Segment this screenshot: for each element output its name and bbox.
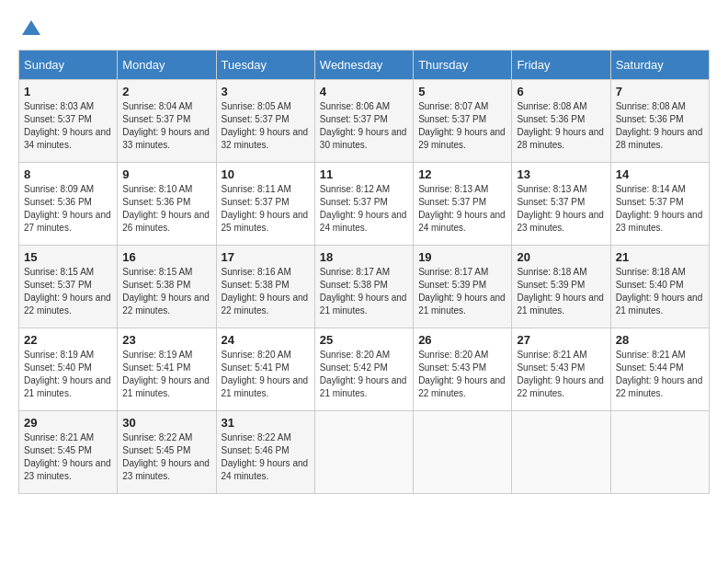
- calendar-cell: [610, 411, 709, 494]
- calendar-cell: 18 Sunrise: 8:17 AM Sunset: 5:38 PM Dayl…: [314, 246, 413, 328]
- day-number: 5: [418, 85, 506, 98]
- logo-icon: [20, 18, 42, 40]
- calendar-cell: 28 Sunrise: 8:21 AM Sunset: 5:44 PM Dayl…: [610, 328, 709, 411]
- weekday-header-saturday: Saturday: [610, 51, 709, 80]
- day-info: Sunrise: 8:21 AM Sunset: 5:44 PM Dayligh…: [616, 349, 704, 400]
- day-info: Sunrise: 8:18 AM Sunset: 5:40 PM Dayligh…: [616, 266, 704, 317]
- day-info: Sunrise: 8:11 AM Sunset: 5:37 PM Dayligh…: [222, 183, 310, 235]
- calendar-cell: 4 Sunrise: 8:06 AM Sunset: 5:37 PM Dayli…: [314, 80, 413, 163]
- page-header: [18, 18, 710, 40]
- day-info: Sunrise: 8:19 AM Sunset: 5:40 PM Dayligh…: [24, 349, 112, 400]
- svg-marker-0: [22, 20, 40, 35]
- day-info: Sunrise: 8:10 AM Sunset: 5:36 PM Dayligh…: [122, 183, 210, 235]
- day-info: Sunrise: 8:09 AM Sunset: 5:36 PM Dayligh…: [24, 183, 112, 235]
- day-number: 9: [122, 167, 210, 181]
- logo: [18, 18, 42, 40]
- day-number: 14: [616, 167, 704, 181]
- day-number: 26: [418, 333, 506, 347]
- calendar-cell: 16 Sunrise: 8:15 AM Sunset: 5:38 PM Dayl…: [118, 246, 216, 328]
- day-info: Sunrise: 8:21 AM Sunset: 5:45 PM Dayligh…: [24, 431, 112, 483]
- calendar-cell: [314, 411, 413, 494]
- day-number: 25: [320, 333, 408, 347]
- day-number: 28: [616, 333, 704, 347]
- day-info: Sunrise: 8:14 AM Sunset: 5:37 PM Dayligh…: [616, 183, 704, 235]
- weekday-header-thursday: Thursday: [414, 51, 512, 80]
- day-number: 23: [122, 333, 210, 347]
- calendar-cell: 1 Sunrise: 8:03 AM Sunset: 5:37 PM Dayli…: [19, 80, 118, 163]
- calendar-cell: 23 Sunrise: 8:19 AM Sunset: 5:41 PM Dayl…: [118, 328, 216, 411]
- calendar-cell: 15 Sunrise: 8:15 AM Sunset: 5:37 PM Dayl…: [19, 246, 118, 328]
- day-number: 8: [24, 167, 112, 181]
- day-info: Sunrise: 8:08 AM Sunset: 5:36 PM Dayligh…: [616, 100, 704, 152]
- day-info: Sunrise: 8:20 AM Sunset: 5:42 PM Dayligh…: [320, 349, 408, 400]
- day-info: Sunrise: 8:15 AM Sunset: 5:37 PM Dayligh…: [24, 266, 112, 317]
- day-number: 30: [122, 416, 210, 430]
- calendar-cell: 31 Sunrise: 8:22 AM Sunset: 5:46 PM Dayl…: [216, 411, 314, 494]
- calendar-cell: 9 Sunrise: 8:10 AM Sunset: 5:36 PM Dayli…: [118, 163, 216, 246]
- day-number: 1: [24, 85, 112, 98]
- day-info: Sunrise: 8:07 AM Sunset: 5:37 PM Dayligh…: [418, 100, 506, 152]
- weekday-header-tuesday: Tuesday: [216, 51, 314, 80]
- day-number: 11: [320, 167, 408, 181]
- day-info: Sunrise: 8:04 AM Sunset: 5:37 PM Dayligh…: [122, 100, 210, 152]
- day-number: 3: [222, 85, 310, 98]
- calendar-cell: 14 Sunrise: 8:14 AM Sunset: 5:37 PM Dayl…: [610, 163, 709, 246]
- calendar-cell: [512, 411, 610, 494]
- day-number: 6: [517, 85, 605, 98]
- day-number: 20: [517, 250, 605, 264]
- calendar-cell: 30 Sunrise: 8:22 AM Sunset: 5:45 PM Dayl…: [118, 411, 216, 494]
- day-info: Sunrise: 8:17 AM Sunset: 5:38 PM Dayligh…: [320, 266, 408, 317]
- day-info: Sunrise: 8:13 AM Sunset: 5:37 PM Dayligh…: [418, 183, 506, 235]
- day-number: 18: [320, 250, 408, 264]
- day-info: Sunrise: 8:17 AM Sunset: 5:39 PM Dayligh…: [418, 266, 506, 317]
- day-info: Sunrise: 8:20 AM Sunset: 5:41 PM Dayligh…: [222, 349, 310, 400]
- day-info: Sunrise: 8:03 AM Sunset: 5:37 PM Dayligh…: [24, 100, 112, 152]
- calendar-cell: [414, 411, 512, 494]
- calendar-cell: 17 Sunrise: 8:16 AM Sunset: 5:38 PM Dayl…: [216, 246, 314, 328]
- day-info: Sunrise: 8:06 AM Sunset: 5:37 PM Dayligh…: [320, 100, 408, 152]
- day-number: 24: [222, 333, 310, 347]
- weekday-header-sunday: Sunday: [19, 51, 118, 80]
- day-number: 10: [222, 167, 310, 181]
- calendar-cell: 10 Sunrise: 8:11 AM Sunset: 5:37 PM Dayl…: [216, 163, 314, 246]
- calendar-cell: 22 Sunrise: 8:19 AM Sunset: 5:40 PM Dayl…: [19, 328, 118, 411]
- calendar-cell: 3 Sunrise: 8:05 AM Sunset: 5:37 PM Dayli…: [216, 80, 314, 163]
- calendar-cell: 11 Sunrise: 8:12 AM Sunset: 5:37 PM Dayl…: [314, 163, 413, 246]
- day-number: 27: [517, 333, 605, 347]
- day-info: Sunrise: 8:19 AM Sunset: 5:41 PM Dayligh…: [122, 349, 210, 400]
- calendar-cell: 6 Sunrise: 8:08 AM Sunset: 5:36 PM Dayli…: [512, 80, 610, 163]
- weekday-header-monday: Monday: [118, 51, 216, 80]
- calendar-cell: 7 Sunrise: 8:08 AM Sunset: 5:36 PM Dayli…: [610, 80, 709, 163]
- day-info: Sunrise: 8:05 AM Sunset: 5:37 PM Dayligh…: [222, 100, 310, 152]
- day-number: 4: [320, 85, 408, 98]
- day-number: 7: [616, 85, 704, 98]
- day-number: 29: [24, 416, 112, 430]
- day-info: Sunrise: 8:20 AM Sunset: 5:43 PM Dayligh…: [418, 349, 506, 400]
- day-number: 17: [222, 250, 310, 264]
- calendar-cell: 8 Sunrise: 8:09 AM Sunset: 5:36 PM Dayli…: [19, 163, 118, 246]
- calendar-cell: 26 Sunrise: 8:20 AM Sunset: 5:43 PM Dayl…: [414, 328, 512, 411]
- day-info: Sunrise: 8:18 AM Sunset: 5:39 PM Dayligh…: [517, 266, 605, 317]
- weekday-header-friday: Friday: [512, 51, 610, 80]
- day-number: 12: [418, 167, 506, 181]
- calendar-cell: 19 Sunrise: 8:17 AM Sunset: 5:39 PM Dayl…: [414, 246, 512, 328]
- day-number: 22: [24, 333, 112, 347]
- weekday-header-row: SundayMondayTuesdayWednesdayThursdayFrid…: [19, 51, 710, 80]
- calendar-cell: 25 Sunrise: 8:20 AM Sunset: 5:42 PM Dayl…: [314, 328, 413, 411]
- calendar-cell: 13 Sunrise: 8:13 AM Sunset: 5:37 PM Dayl…: [512, 163, 610, 246]
- day-info: Sunrise: 8:15 AM Sunset: 5:38 PM Dayligh…: [122, 266, 210, 317]
- day-info: Sunrise: 8:22 AM Sunset: 5:46 PM Dayligh…: [222, 431, 310, 483]
- calendar-week-row: 22 Sunrise: 8:19 AM Sunset: 5:40 PM Dayl…: [19, 328, 710, 411]
- day-info: Sunrise: 8:13 AM Sunset: 5:37 PM Dayligh…: [517, 183, 605, 235]
- calendar-week-row: 29 Sunrise: 8:21 AM Sunset: 5:45 PM Dayl…: [19, 411, 710, 494]
- day-info: Sunrise: 8:22 AM Sunset: 5:45 PM Dayligh…: [122, 431, 210, 483]
- calendar-week-row: 15 Sunrise: 8:15 AM Sunset: 5:37 PM Dayl…: [19, 246, 710, 328]
- calendar-cell: 20 Sunrise: 8:18 AM Sunset: 5:39 PM Dayl…: [512, 246, 610, 328]
- day-info: Sunrise: 8:12 AM Sunset: 5:37 PM Dayligh…: [320, 183, 408, 235]
- day-info: Sunrise: 8:16 AM Sunset: 5:38 PM Dayligh…: [222, 266, 310, 317]
- calendar-cell: 21 Sunrise: 8:18 AM Sunset: 5:40 PM Dayl…: [610, 246, 709, 328]
- day-number: 31: [222, 416, 310, 430]
- day-number: 13: [517, 167, 605, 181]
- day-number: 21: [616, 250, 704, 264]
- calendar-week-row: 8 Sunrise: 8:09 AM Sunset: 5:36 PM Dayli…: [19, 163, 710, 246]
